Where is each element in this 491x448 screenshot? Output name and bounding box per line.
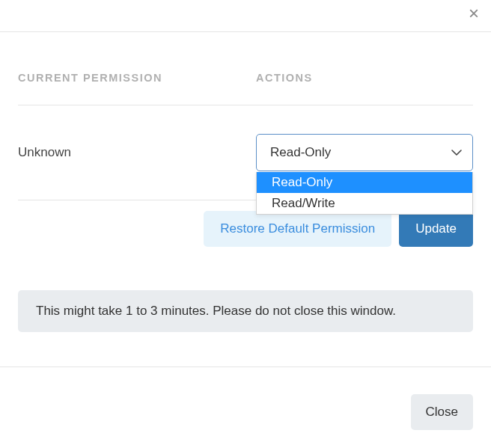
close-icon[interactable]: × — [469, 4, 479, 22]
column-header-actions: ACTIONS — [256, 72, 473, 84]
current-permission-value: Unknown — [18, 145, 256, 160]
modal-content: CURRENT PERMISSION ACTIONS Unknown Read-… — [0, 31, 491, 332]
divider-bottom — [0, 366, 491, 367]
chevron-down-icon — [451, 150, 462, 156]
update-button[interactable]: Update — [399, 211, 473, 247]
divider-columns — [18, 105, 473, 105]
actions-cell: Read-Only Read-Only Read/Write — [256, 134, 473, 171]
restore-default-button[interactable]: Restore Default Permission — [204, 211, 391, 247]
notice-text: This might take 1 to 3 minutes. Please d… — [36, 304, 396, 318]
actions-header-label: ACTIONS — [256, 72, 473, 84]
notice-banner: This might take 1 to 3 minutes. Please d… — [18, 290, 473, 332]
permission-select-value: Read-Only — [270, 145, 331, 160]
dropdown-option-read-only[interactable]: Read-Only — [257, 172, 472, 193]
modal-footer: Close — [411, 394, 473, 430]
permission-row: Unknown Read-Only Read-Only Read/Write — [18, 134, 473, 171]
dropdown-option-read-write[interactable]: Read/Write — [257, 193, 472, 214]
action-buttons: Restore Default Permission Update — [18, 211, 473, 247]
permission-select[interactable]: Read-Only — [256, 134, 473, 171]
column-headers: CURRENT PERMISSION ACTIONS — [18, 72, 473, 84]
current-permission-header-label: CURRENT PERMISSION — [18, 72, 256, 84]
close-button[interactable]: Close — [411, 394, 473, 430]
column-header-current-permission: CURRENT PERMISSION — [18, 72, 256, 84]
permission-dropdown: Read-Only Read/Write — [256, 172, 473, 215]
modal-root: × CURRENT PERMISSION ACTIONS Unknown Rea… — [0, 0, 491, 448]
